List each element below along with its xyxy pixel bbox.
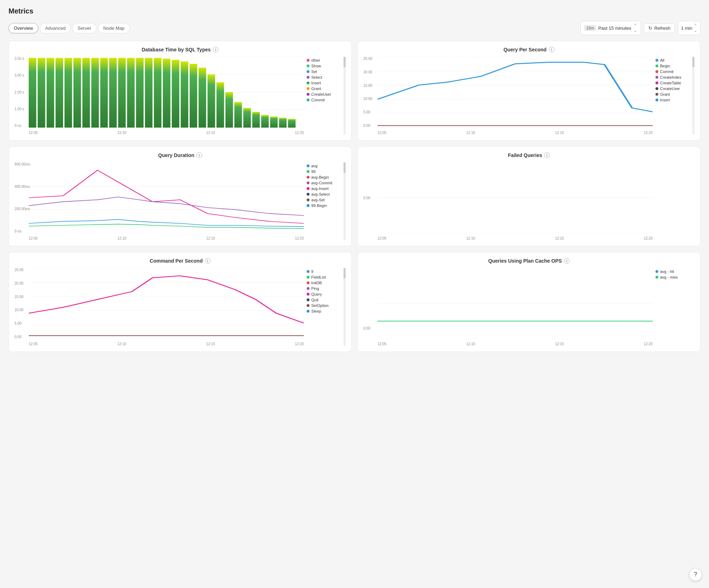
charts-grid: Database Time by SQL Types i 3.50 s3.00 … [9, 41, 700, 352]
chart-query-duration: Query Duration i 600.00ms400.00ms200.00m… [9, 146, 352, 246]
x-axis: 12:0512:1012:1512:20 [378, 131, 653, 135]
x-axis: 12:0512:1012:1512:20 [378, 342, 653, 346]
svg-rect-9 [65, 58, 72, 128]
svg-rect-13 [100, 58, 108, 128]
svg-rect-6 [38, 58, 45, 128]
svg-rect-18 [145, 58, 152, 128]
x-axis: 12:0512:1012:1512:20 [378, 236, 653, 240]
svg-rect-11 [82, 58, 90, 128]
svg-rect-28 [234, 102, 242, 128]
y-axis: 600.00ms400.00ms200.00ms0 ns [15, 162, 29, 233]
svg-rect-24 [199, 68, 206, 128]
svg-rect-15 [118, 58, 125, 128]
chart-failed-queries: Failed Queries i 0.00 12:0512:1012:1512:… [357, 146, 700, 246]
svg-rect-29 [243, 108, 251, 128]
chart-qps: Query Per Second i 25.0020.0015.0010.005… [357, 41, 700, 141]
time-badge: 15m [584, 25, 596, 31]
svg-rect-19 [154, 58, 161, 128]
legend-plan-cache: avg - hit avg - miss [655, 268, 694, 346]
chart-title-duration: Query Duration i [15, 152, 346, 158]
refresh-icon: ↻ [648, 26, 652, 31]
legend-qps: All Begin Commit CreateIndex CreateTable… [655, 57, 694, 135]
refresh-button[interactable]: ↻ Refresh [644, 23, 675, 33]
page-title: Metrics [9, 7, 700, 15]
interval-selector[interactable]: 1 min ⌃⌄ [678, 21, 700, 35]
svg-rect-22 [181, 61, 188, 128]
svg-rect-32 [270, 117, 278, 128]
svg-rect-27 [225, 92, 233, 128]
y-axis: 0.00 [363, 268, 378, 339]
svg-rect-21 [172, 60, 179, 128]
svg-rect-12 [91, 58, 99, 128]
svg-rect-5 [29, 58, 36, 128]
chart-title-db-time: Database Time by SQL Types i [15, 47, 346, 52]
tab-node-map[interactable]: Node Map [98, 23, 130, 33]
svg-rect-14 [109, 58, 117, 128]
chart-title-plan-cache: Queries Using Plan Cache OPS i [363, 258, 694, 264]
svg-rect-10 [73, 58, 81, 128]
legend-db-time: other Show Set Select Insert Grant Creat… [307, 57, 346, 135]
info-icon[interactable]: i [196, 152, 202, 158]
info-icon[interactable]: i [544, 152, 550, 158]
svg-rect-31 [261, 115, 269, 128]
chevron-icon: ⌃⌄ [633, 23, 637, 33]
svg-rect-30 [252, 112, 260, 128]
info-icon[interactable]: i [213, 47, 218, 52]
x-axis: 12:0512:1012:1512:20 [29, 342, 304, 346]
svg-rect-33 [279, 118, 286, 128]
toolbar: Overview Advanced Server Node Map 15m Pa… [9, 21, 700, 35]
svg-rect-7 [46, 58, 54, 128]
tab-server[interactable]: Server [72, 23, 96, 33]
x-axis: 12:0512:1012:1512:20 [29, 236, 304, 240]
tab-advanced[interactable]: Advanced [40, 23, 71, 33]
info-icon[interactable]: i [549, 47, 554, 52]
y-axis: 25.0020.0015.0010.005.000.00 [15, 268, 29, 339]
refresh-label: Refresh [654, 26, 671, 31]
chart-db-time: Database Time by SQL Types i 3.50 s3.00 … [9, 41, 352, 141]
legend-cps: 9 FieldList InitDB Ping Query Quit SetOp… [307, 268, 346, 346]
chart-plan-cache: Queries Using Plan Cache OPS i 0.00 12 [357, 252, 700, 352]
chart-cps: Command Per Second i 25.0020.0015.0010.0… [9, 252, 352, 352]
chevron-icon: ⌃⌄ [694, 23, 697, 33]
svg-rect-17 [136, 58, 144, 128]
info-icon[interactable]: i [205, 258, 211, 264]
svg-rect-16 [127, 58, 134, 128]
chart-title-qps: Query Per Second i [363, 47, 694, 52]
svg-rect-34 [288, 119, 295, 128]
svg-rect-20 [163, 59, 170, 128]
legend-failed [655, 162, 694, 240]
svg-rect-8 [56, 58, 63, 128]
tab-overview[interactable]: Overview [9, 23, 38, 33]
y-axis: 25.0020.0015.0010.005.000.00 [363, 57, 378, 128]
interval-label: 1 min [681, 26, 692, 31]
tab-bar: Overview Advanced Server Node Map [9, 23, 130, 33]
x-axis: 12:0512:1012:1512:20 [29, 131, 304, 135]
chart-title-cps: Command Per Second i [15, 258, 346, 264]
chart-title-failed: Failed Queries i [363, 152, 694, 158]
info-icon[interactable]: i [564, 258, 570, 264]
svg-rect-25 [207, 74, 215, 128]
legend-duration: avg 99 avg-Begin avg-Commit avg-Insert a… [307, 162, 346, 240]
y-axis: 3.50 s3.00 s2.00 s1.00 s0 ns [15, 57, 29, 128]
time-label: Past 15 minutes [598, 26, 631, 31]
toolbar-right: 15m Past 15 minutes ⌃⌄ ↻ Refresh 1 min ⌃… [580, 21, 700, 35]
svg-rect-26 [217, 82, 224, 128]
time-range-selector[interactable]: 15m Past 15 minutes ⌃⌄ [580, 21, 641, 35]
y-axis: 0.00 [363, 162, 378, 233]
svg-rect-23 [190, 64, 197, 128]
